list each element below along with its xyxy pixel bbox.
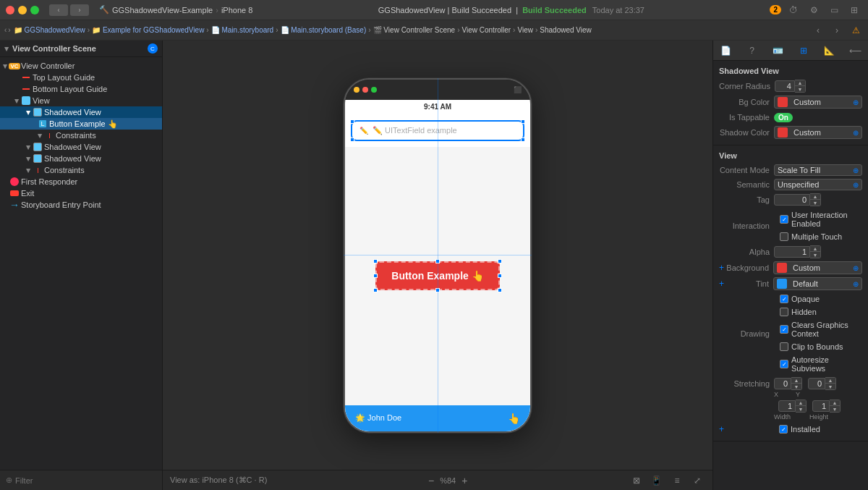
collapse-triangle[interactable]: ▶ bbox=[4, 46, 10, 51]
layout-icon[interactable]: ≡ bbox=[669, 473, 685, 489]
sh-up[interactable]: ▲ bbox=[830, 400, 840, 406]
resize-icon[interactable]: ⤢ bbox=[689, 473, 705, 489]
zoom-in-button[interactable]: + bbox=[461, 475, 467, 486]
warning-badge[interactable]: 2 bbox=[770, 5, 781, 14]
nav-back[interactable]: ‹ bbox=[4, 26, 7, 34]
tag-stepper-buttons[interactable]: ▲ ▼ bbox=[810, 193, 821, 206]
tree-item-shadowed-view-selected[interactable]: ▶ Shadowed View bbox=[0, 106, 162, 118]
semantic-select[interactable]: Unspecified ⊕ bbox=[774, 179, 862, 190]
fit-icon[interactable]: ⊠ bbox=[629, 473, 644, 489]
user-interaction-checkbox[interactable]: ✓ bbox=[780, 215, 788, 224]
stretch-x-stepper[interactable]: 0 ▲ ▼ bbox=[774, 377, 802, 390]
sy-down[interactable]: ▼ bbox=[825, 384, 835, 389]
stretch-h-stepper[interactable]: 1 ▲ ▼ bbox=[812, 400, 841, 413]
bc-item-6[interactable]: View Controller bbox=[461, 26, 511, 34]
alpha-stepper[interactable]: 1 ▲ ▼ bbox=[774, 245, 821, 258]
settings-icon[interactable]: ⚙ bbox=[806, 2, 822, 18]
tint-plus[interactable]: + bbox=[719, 279, 724, 289]
file-inspector-icon[interactable]: 📄 bbox=[718, 43, 734, 59]
window-icon[interactable]: ▭ bbox=[826, 2, 842, 18]
bc-item-2[interactable]: 📁 Example for GGShadowedView bbox=[92, 26, 204, 34]
close-button[interactable] bbox=[6, 6, 14, 14]
tree-item-bottom-layout[interactable]: ▶ Bottom Layout Guide bbox=[0, 83, 162, 95]
background-plus[interactable]: + bbox=[719, 263, 724, 273]
stepper-up[interactable]: ▲ bbox=[795, 80, 805, 86]
maximize-button[interactable] bbox=[30, 6, 39, 14]
tree-item-view[interactable]: ▶ View bbox=[0, 95, 162, 106]
connections-inspector-icon[interactable]: ⟵ bbox=[847, 43, 863, 59]
identity-inspector-icon[interactable]: 🪪 bbox=[770, 43, 786, 59]
tree-item-top-layout[interactable]: ▶ Top Layout Guide bbox=[0, 72, 162, 83]
content-mode-select[interactable]: Scale To Fill ⊕ bbox=[774, 164, 862, 176]
bg-color-select[interactable]: Custom ⊕ bbox=[774, 96, 862, 109]
attributes-inspector-icon[interactable]: ⊞ bbox=[796, 43, 812, 59]
help-icon[interactable]: ? bbox=[744, 43, 760, 59]
bc-item-4[interactable]: 📄 Main.storyboard (Base) bbox=[281, 26, 367, 34]
window-controls[interactable] bbox=[6, 6, 39, 14]
sx-up[interactable]: ▲ bbox=[791, 378, 801, 384]
tag-stepper-up[interactable]: ▲ bbox=[810, 194, 820, 200]
shadowed-view-icon-3 bbox=[33, 153, 43, 164]
tag-stepper-down[interactable]: ▼ bbox=[810, 200, 820, 206]
zoom-out-button[interactable]: − bbox=[428, 475, 434, 486]
next-issue-icon[interactable]: › bbox=[829, 22, 845, 38]
background-select[interactable]: Custom ⊕ bbox=[773, 261, 862, 274]
tag-label: Tag bbox=[719, 195, 770, 204]
filter-input[interactable] bbox=[15, 476, 156, 485]
back-button[interactable]: ‹ bbox=[49, 4, 68, 16]
tree-item-constraints-1[interactable]: ▶ Ⅰ Constraints bbox=[0, 130, 162, 141]
canvas-area[interactable]: → ⬛ bbox=[163, 41, 712, 470]
bc-item-1[interactable]: 📁 GGShadowedView bbox=[14, 26, 85, 34]
alpha-stepper-buttons[interactable]: ▲ ▼ bbox=[810, 245, 821, 258]
sh-down[interactable]: ▼ bbox=[830, 406, 840, 412]
device-icon[interactable]: 📱 bbox=[649, 473, 665, 489]
forward-button[interactable]: › bbox=[70, 4, 89, 16]
tree-item-constraints-2[interactable]: ▶ Ⅰ Constraints bbox=[0, 164, 162, 176]
hidden-checkbox[interactable] bbox=[780, 308, 788, 316]
sx-down[interactable]: ▼ bbox=[791, 384, 801, 389]
filter-footer: ⊕ bbox=[0, 470, 162, 490]
alpha-stepper-up[interactable]: ▲ bbox=[810, 246, 820, 252]
tree-item-shadowed-view-2[interactable]: ▶ Shadowed View bbox=[0, 141, 162, 153]
tree-item-first-responder[interactable]: ▶ First Responder bbox=[0, 176, 162, 187]
clears-graphics-checkbox[interactable]: ✓ bbox=[780, 325, 788, 334]
bc-item-7[interactable]: View bbox=[517, 26, 533, 34]
bc-item-8[interactable]: Shadowed View bbox=[540, 26, 592, 34]
autoresize-checkbox[interactable]: ✓ bbox=[780, 360, 788, 368]
nav-forward[interactable]: › bbox=[8, 26, 10, 34]
alpha-stepper-down[interactable]: ▼ bbox=[810, 252, 820, 258]
clip-to-bounds-checkbox[interactable] bbox=[780, 342, 788, 351]
tree-item-storyboard-entry[interactable]: ▶ → Storyboard Entry Point bbox=[0, 199, 162, 211]
prev-issue-icon[interactable]: ‹ bbox=[810, 22, 826, 38]
sw-up[interactable]: ▲ bbox=[796, 400, 806, 406]
installed-checkbox[interactable]: ✓ bbox=[779, 425, 788, 434]
stepper-buttons[interactable]: ▲ ▼ bbox=[795, 80, 806, 93]
stretch-y-stepper[interactable]: 0 ▲ ▼ bbox=[808, 377, 836, 390]
nav-arrows[interactable]: ‹ › bbox=[4, 26, 11, 34]
sy-up[interactable]: ▲ bbox=[825, 378, 835, 384]
exit-icon bbox=[9, 188, 20, 198]
stretch-w-stepper[interactable]: 1 ▲ ▼ bbox=[778, 400, 807, 413]
tree-item-shadowed-view-3[interactable]: ▶ Shadowed View bbox=[0, 153, 162, 164]
corner-radius-stepper[interactable]: 4 ▲ ▼ bbox=[775, 80, 806, 93]
bc-item-3[interactable]: 📄 Main.storyboard bbox=[211, 26, 273, 34]
multiple-touch-checkbox[interactable] bbox=[780, 232, 788, 241]
tree-item-button-example[interactable]: L Button Example 👆 bbox=[0, 118, 162, 130]
shadow-color-select[interactable]: Custom ⊕ bbox=[774, 126, 862, 139]
warning-icon[interactable]: ⚠ bbox=[848, 22, 864, 38]
search-field[interactable]: ✏️ ✏️ UITextField example bbox=[351, 120, 524, 141]
installed-plus[interactable]: + bbox=[719, 424, 724, 434]
size-inspector-icon[interactable]: 📐 bbox=[821, 43, 837, 59]
bc-item-5[interactable]: 🎬 View Controller Scene bbox=[373, 26, 456, 34]
stepper-down[interactable]: ▼ bbox=[795, 86, 805, 92]
clock-icon[interactable]: ⏱ bbox=[786, 2, 801, 18]
sw-down[interactable]: ▼ bbox=[796, 406, 806, 412]
tag-stepper[interactable]: 0 ▲ ▼ bbox=[774, 193, 821, 206]
tree-item-exit[interactable]: ▶ Exit bbox=[0, 187, 162, 199]
button-example[interactable]: Button Example 👆 bbox=[375, 261, 499, 290]
tree-item-view-controller[interactable]: ▶ VC View Controller bbox=[0, 60, 162, 72]
tint-select[interactable]: Default ⊕ bbox=[773, 277, 862, 290]
opaque-checkbox[interactable]: ✓ bbox=[780, 295, 788, 303]
minimize-button[interactable] bbox=[18, 6, 27, 14]
split-icon[interactable]: ⊞ bbox=[846, 2, 862, 18]
